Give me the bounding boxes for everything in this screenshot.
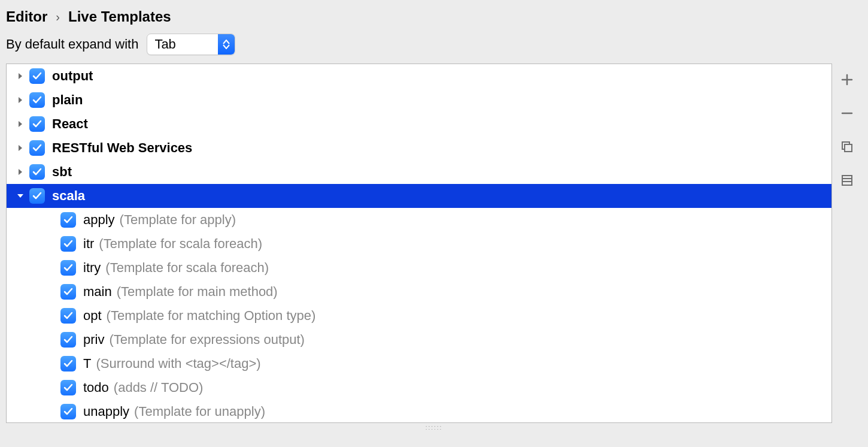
template-item[interactable]: T(Surround with <tag></tag>) [7, 352, 831, 376]
resize-grip-icon[interactable]: :::::: [0, 423, 868, 431]
item-description: (Template for scala foreach) [105, 260, 269, 276]
expand-icon[interactable] [15, 143, 26, 153]
item-description: (Template for scala foreach) [99, 236, 262, 252]
template-item[interactable]: itr(Template for scala foreach) [7, 232, 831, 256]
group-checkbox[interactable] [29, 116, 45, 132]
template-item[interactable]: opt(Template for matching Option type) [7, 304, 831, 328]
remove-button[interactable] [838, 104, 856, 122]
group-checkbox[interactable] [29, 92, 45, 108]
copy-button[interactable] [838, 138, 856, 156]
select-stepper-icon[interactable] [218, 34, 235, 55]
group-checkbox[interactable] [29, 188, 45, 204]
item-checkbox[interactable] [60, 260, 76, 276]
item-label: priv [83, 332, 104, 348]
item-checkbox[interactable] [60, 308, 76, 324]
template-item[interactable]: todo(adds // TODO) [7, 376, 831, 400]
template-group[interactable]: React [7, 112, 831, 136]
item-label: itry [83, 260, 101, 276]
group-label: RESTful Web Services [52, 140, 192, 156]
add-button[interactable] [838, 71, 856, 89]
item-label: opt [83, 308, 102, 324]
item-description: (Template for main method) [117, 284, 278, 300]
item-label: itr [83, 236, 94, 252]
template-item[interactable]: itry(Template for scala foreach) [7, 256, 831, 280]
item-checkbox[interactable] [60, 284, 76, 300]
template-item[interactable]: unapply(Template for unapply) [7, 400, 831, 423]
group-label: scala [52, 188, 85, 204]
item-label: main [83, 284, 112, 300]
item-label: apply [83, 212, 115, 228]
item-description: (Template for expressions output) [109, 332, 305, 348]
item-checkbox[interactable] [60, 380, 76, 395]
item-checkbox[interactable] [60, 332, 76, 348]
expand-icon[interactable] [15, 119, 26, 129]
expand-icon[interactable] [15, 71, 26, 81]
expand-with-value: Tab [147, 34, 217, 55]
template-group[interactable]: scala [7, 184, 831, 208]
template-item[interactable]: main(Template for main method) [7, 280, 831, 304]
side-actions [832, 64, 862, 423]
group-checkbox[interactable] [29, 140, 45, 156]
templates-tree[interactable]: outputplainReactRESTful Web Servicessbts… [6, 64, 832, 423]
breadcrumb: Editor › Live Templates [0, 0, 868, 30]
template-group[interactable]: plain [7, 88, 831, 112]
template-item[interactable]: apply(Template for apply) [7, 208, 831, 232]
item-description: (Template for apply) [120, 212, 236, 228]
expand-with-row: By default expand with Tab [0, 30, 868, 64]
expand-with-label: By default expand with [6, 37, 138, 52]
item-label: unapply [83, 404, 129, 419]
group-label: sbt [52, 164, 72, 180]
item-label: T [83, 356, 91, 372]
group-checkbox[interactable] [29, 164, 45, 180]
item-checkbox[interactable] [60, 212, 76, 228]
breadcrumb-parent[interactable]: Editor [6, 8, 47, 25]
item-description: (adds // TODO) [114, 380, 204, 395]
expand-with-select[interactable]: Tab [147, 34, 235, 55]
template-item[interactable]: priv(Template for expressions output) [7, 328, 831, 352]
item-checkbox[interactable] [60, 236, 76, 252]
group-label: plain [52, 92, 83, 108]
item-checkbox[interactable] [60, 356, 76, 372]
group-label: output [52, 68, 93, 84]
item-label: todo [83, 380, 109, 395]
item-checkbox[interactable] [60, 404, 76, 419]
expand-icon[interactable] [15, 95, 26, 105]
template-group[interactable]: output [7, 64, 831, 88]
template-group[interactable]: RESTful Web Services [7, 136, 831, 160]
svg-rect-1 [845, 144, 852, 152]
item-description: (Template for matching Option type) [107, 308, 316, 324]
expand-icon[interactable] [15, 167, 26, 177]
collapse-icon[interactable] [15, 191, 26, 201]
svg-rect-2 [842, 176, 852, 185]
group-checkbox[interactable] [29, 68, 45, 84]
item-description: (Surround with <tag></tag>) [96, 356, 260, 372]
settings-button[interactable] [838, 171, 856, 189]
item-description: (Template for unapply) [134, 404, 265, 419]
chevron-right-icon: › [56, 10, 60, 24]
group-label: React [52, 116, 88, 132]
template-group[interactable]: sbt [7, 160, 831, 184]
breadcrumb-current: Live Templates [68, 8, 171, 25]
